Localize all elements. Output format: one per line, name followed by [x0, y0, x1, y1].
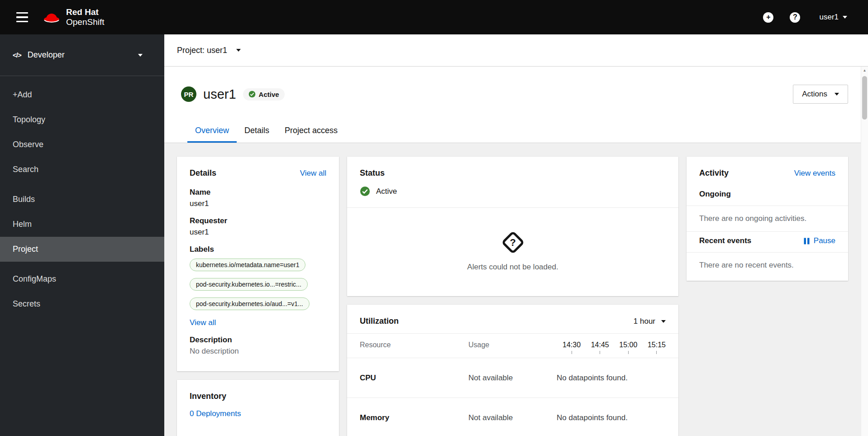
activity-card: Activity View events Ongoing There are n…: [687, 157, 848, 281]
utilization-card-title: Utilization: [360, 316, 399, 326]
perspective-label: Developer: [28, 50, 65, 60]
actions-button[interactable]: Actions: [793, 85, 848, 104]
check-circle-icon: [248, 91, 256, 98]
time-tick-label: 15:00: [619, 341, 637, 349]
inventory-card: Inventory 0 Deployments: [177, 380, 339, 436]
utilization-header-row: Resource Usage 14:30 14:45 15:00 15:15: [347, 333, 678, 358]
project-bar: Project: user1: [164, 34, 868, 67]
project-selector[interactable]: Project: user1: [177, 46, 241, 55]
scroll-area: PR user1 Active Actions O: [164, 67, 868, 436]
recent-events-header: Recent events Pause: [687, 232, 848, 253]
duration-dropdown[interactable]: 1 hour: [634, 317, 666, 326]
status-card-title: Status: [360, 168, 385, 178]
sidebar-item-helm[interactable]: Helm: [0, 212, 164, 237]
sidebar-item-secrets[interactable]: Secrets: [0, 292, 164, 316]
activity-card-title: Activity: [699, 168, 729, 178]
page-title: user1: [203, 87, 236, 102]
project-status-label: Active: [376, 187, 397, 196]
project-resource-badge: PR: [181, 86, 196, 102]
time-tick-label: 14:30: [563, 341, 581, 349]
sidebar-item-search[interactable]: Search: [0, 157, 164, 182]
utilization-row-memory: Memory Not available No datapoints found…: [347, 398, 678, 436]
time-axis: 14:30 14:45 15:00 15:15: [563, 341, 666, 354]
axis-tick: [656, 351, 657, 354]
sidebar-nav: +Add Topology Observe Search Builds Helm…: [0, 76, 164, 323]
time-tick-label: 15:15: [648, 341, 666, 349]
perspective-switcher[interactable]: </> Developer: [0, 34, 164, 76]
tabs: Overview Details Project access: [181, 119, 848, 143]
user-menu[interactable]: user1: [819, 13, 847, 22]
utilization-row-cpu: CPU Not available No datapoints found.: [347, 358, 678, 398]
scrollbar-up-arrow[interactable]: ▲: [861, 67, 868, 74]
brand-text: Red Hat OpenShift: [66, 7, 105, 28]
sidebar: </> Developer +Add Topology Observe Sear…: [0, 34, 164, 436]
duration-dropdown-label: 1 hour: [634, 317, 655, 326]
help-icon: ?: [790, 12, 800, 23]
axis-tick: [628, 351, 629, 354]
ongoing-section-header: Ongoing: [687, 185, 848, 206]
pause-button[interactable]: Pause: [804, 236, 835, 245]
chevron-down-icon: [843, 16, 847, 19]
usage-column-header: Usage: [468, 341, 557, 349]
dashboard-grid: Details View all Name user1 Requester us…: [164, 143, 868, 436]
resource-column-header: Resource: [360, 341, 468, 349]
user-menu-label: user1: [819, 13, 839, 22]
details-view-all-link[interactable]: View all: [300, 169, 326, 178]
description-field-value: No description: [190, 347, 326, 356]
label-chip[interactable]: kubernetes.io/metadata.name=user1: [190, 259, 305, 271]
pause-button-label: Pause: [814, 236, 835, 245]
add-button[interactable]: +: [763, 12, 773, 23]
time-tick-label: 14:45: [591, 341, 609, 349]
chevron-down-icon: [138, 54, 143, 57]
chevron-down-icon: [661, 320, 666, 323]
sidebar-item-topology[interactable]: Topology: [0, 107, 164, 132]
nav-toggle-icon[interactable]: [12, 8, 33, 27]
axis-tick: [572, 351, 572, 354]
sidebar-item-project[interactable]: Project: [0, 237, 164, 262]
masthead-actions: + ? user1: [763, 12, 847, 23]
sidebar-item-add[interactable]: +Add: [0, 82, 164, 107]
description-field-label: Description: [190, 335, 326, 345]
axis-tick: [600, 351, 600, 354]
redhat-icon: [43, 10, 61, 24]
tab-details[interactable]: Details: [237, 119, 277, 143]
alerts-message: Alerts could not be loaded.: [467, 263, 558, 272]
resource-datapoints: No datapoints found.: [557, 413, 628, 422]
alerts-unknown-icon: ?: [501, 230, 525, 254]
help-button[interactable]: ?: [790, 12, 800, 23]
brand-line2: OpenShift: [66, 17, 105, 27]
status-badge: Active: [243, 88, 285, 101]
scrollbar-thumb[interactable]: [862, 76, 867, 120]
sidebar-item-observe[interactable]: Observe: [0, 132, 164, 157]
resource-name: Memory: [360, 413, 468, 422]
requester-field-value: user1: [190, 228, 326, 237]
labels-field-label: Labels: [190, 245, 326, 254]
actions-button-label: Actions: [802, 90, 827, 99]
check-circle-icon: [360, 186, 370, 196]
deployments-link[interactable]: 0 Deployments: [190, 409, 241, 418]
masthead: Red Hat OpenShift + ? user1: [0, 0, 868, 34]
brand-line1: Red Hat: [66, 7, 105, 17]
labels-view-all-link[interactable]: View all: [190, 318, 216, 327]
view-events-link[interactable]: View events: [794, 169, 835, 178]
chevron-down-icon: [236, 49, 241, 52]
label-chip[interactable]: pod-security.kubernetes.io/aud...=v1...: [190, 297, 310, 310]
ongoing-label: Ongoing: [699, 190, 731, 199]
tab-project-access[interactable]: Project access: [277, 119, 345, 143]
alerts-section: ? Alerts could not be loaded.: [347, 207, 678, 296]
resource-usage: Not available: [468, 413, 557, 422]
brand-logo: Red Hat OpenShift: [43, 7, 105, 28]
pause-icon: [804, 238, 810, 244]
recent-events-label: Recent events: [699, 236, 751, 245]
inventory-card-title: Inventory: [190, 392, 226, 401]
recent-events-empty-message: There are no recent events.: [687, 253, 848, 281]
name-field-value: user1: [190, 199, 326, 208]
resource-datapoints: No datapoints found.: [557, 374, 628, 383]
tab-overview[interactable]: Overview: [187, 119, 237, 143]
requester-field-label: Requester: [190, 216, 326, 225]
status-card: Status Active ?: [347, 157, 678, 296]
sidebar-item-builds[interactable]: Builds: [0, 187, 164, 212]
status-badge-label: Active: [259, 91, 279, 98]
label-chip[interactable]: pod-security.kubernetes.io...=restric...: [190, 278, 308, 291]
sidebar-item-configmaps[interactable]: ConfigMaps: [0, 267, 164, 292]
